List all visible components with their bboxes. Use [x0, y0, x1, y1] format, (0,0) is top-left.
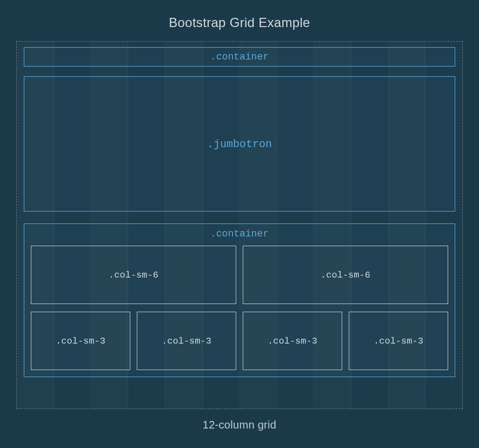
col-label: .col-sm-3 [268, 336, 317, 346]
page-title: Bootstrap Grid Example [0, 0, 479, 41]
jumbotron: .jumbotron [24, 76, 455, 212]
col-sm-3-box: .col-sm-3 [243, 312, 342, 370]
footer-label: 12-column grid [0, 409, 479, 431]
col-sm-3-box: .col-sm-3 [349, 312, 448, 370]
col-sm-3-box: .col-sm-3 [137, 312, 236, 370]
container-bottom: .container .col-sm-6 .col-sm-6 .col-sm-3… [24, 223, 455, 377]
col-label: .col-sm-3 [56, 336, 105, 346]
container-bottom-label: .container [24, 224, 455, 246]
container-top-label: .container [210, 48, 269, 65]
container-top: .container [24, 47, 455, 67]
jumbotron-label: .jumbotron [207, 138, 272, 150]
col-label: .col-sm-6 [321, 270, 370, 280]
col-sm-3-box: .col-sm-3 [31, 312, 130, 370]
row-2: .col-sm-3 .col-sm-3 .col-sm-3 .col-sm-3 [24, 312, 455, 370]
grid-wrapper: .container .jumbotron .container .col-sm… [16, 41, 463, 409]
col-label: .col-sm-3 [162, 336, 211, 346]
row-1: .col-sm-6 .col-sm-6 [24, 246, 455, 304]
col-label: .col-sm-3 [374, 336, 423, 346]
col-label: .col-sm-6 [109, 270, 158, 280]
content-overlay: .container .jumbotron .container .col-sm… [17, 42, 462, 409]
col-sm-6-box: .col-sm-6 [243, 246, 448, 304]
col-sm-6-box: .col-sm-6 [31, 246, 236, 304]
